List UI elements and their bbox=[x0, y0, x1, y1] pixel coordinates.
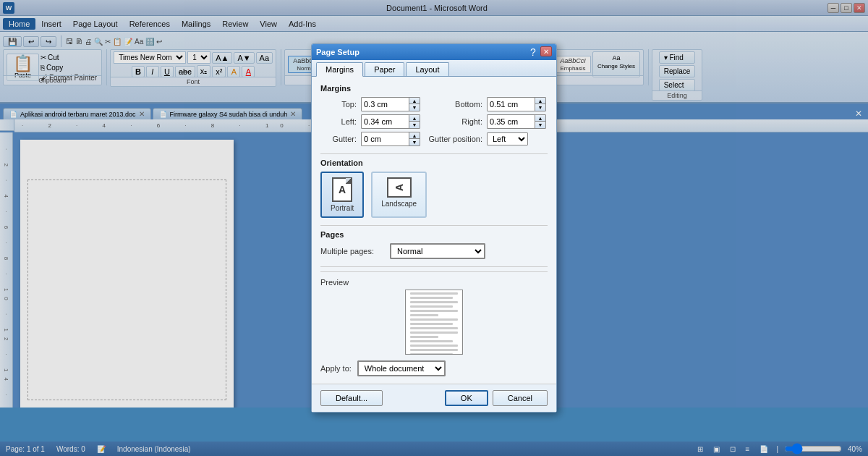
left-label: Left: bbox=[320, 117, 357, 126]
preview-line-13 bbox=[410, 345, 458, 347]
pages-row: Multiple pages: Normal Mirror margins 2 … bbox=[320, 243, 548, 259]
dialog-titlebar: Page Setup ? ✕ bbox=[312, 44, 556, 60]
dialog-close-button[interactable]: ✕ bbox=[540, 46, 552, 56]
apply-to-row: Apply to: Whole document This point forw… bbox=[320, 360, 548, 376]
left-spinner: ▲ ▼ bbox=[409, 115, 420, 128]
right-input[interactable] bbox=[488, 117, 535, 127]
preview-line-7 bbox=[410, 318, 458, 321]
apply-to-select[interactable]: Whole document This point forward bbox=[358, 361, 445, 376]
bottom-spin-down[interactable]: ▼ bbox=[535, 104, 545, 111]
gutter-position-select[interactable]: Left Top bbox=[488, 133, 527, 145]
preview-line-1 bbox=[410, 292, 458, 295]
dialog-help-btn[interactable]: ? bbox=[527, 46, 539, 58]
gutter-position-wrap: Left Top bbox=[487, 132, 528, 145]
left-spin-down[interactable]: ▼ bbox=[409, 122, 420, 128]
preview-line-9 bbox=[410, 327, 458, 329]
preview-label: Preview bbox=[320, 278, 548, 287]
separator-margins-orientation bbox=[320, 153, 548, 154]
landscape-label: Landscape bbox=[381, 200, 417, 208]
left-input[interactable] bbox=[362, 117, 409, 127]
preview-line-3 bbox=[410, 301, 458, 303]
top-spinner: ▲ ▼ bbox=[409, 98, 420, 111]
gutter-spin-up[interactable]: ▲ bbox=[409, 132, 420, 139]
top-input-wrap: ▲ ▼ bbox=[361, 97, 420, 111]
margins-section-title: Margins bbox=[320, 84, 548, 93]
landscape-button[interactable]: A Landscape bbox=[371, 172, 427, 218]
preview-line-15 bbox=[410, 353, 453, 355]
portrait-icon: A bbox=[332, 177, 352, 202]
bottom-input[interactable] bbox=[488, 99, 535, 109]
apply-to-label: Apply to: bbox=[320, 364, 352, 373]
right-spin-down[interactable]: ▼ bbox=[535, 122, 545, 128]
margins-row-gutter: Gutter: ▲ ▼ Gutter position: Left Top bbox=[320, 132, 548, 146]
gutter-position-label: Gutter position: bbox=[425, 135, 482, 143]
dialog-title: Page Setup bbox=[316, 48, 359, 56]
dialog-tabs: Margins Paper Layout bbox=[312, 60, 556, 77]
top-spin-up[interactable]: ▲ bbox=[409, 98, 420, 104]
left-spin-up[interactable]: ▲ bbox=[409, 115, 420, 122]
separator-orientation-pages bbox=[320, 225, 548, 226]
left-input-wrap: ▲ ▼ bbox=[361, 114, 420, 129]
multiple-pages-label: Multiple pages: bbox=[320, 247, 386, 256]
ok-button[interactable]: OK bbox=[445, 390, 488, 406]
right-input-wrap: ▲ ▼ bbox=[487, 114, 546, 129]
margins-row-left-right: Left: ▲ ▼ Right: ▲ ▼ bbox=[320, 114, 548, 129]
right-label: Right: bbox=[425, 117, 482, 126]
top-label: Top: bbox=[320, 100, 357, 109]
dialog-controls: ? ✕ bbox=[527, 46, 552, 58]
page-setup-dialog: Page Setup ? ✕ Margins Paper Layout Marg… bbox=[311, 43, 557, 413]
apply-to-wrap: Whole document This point forward bbox=[357, 360, 446, 376]
portrait-label: Portrait bbox=[331, 204, 354, 212]
orientation-group: A Portrait A Landscape bbox=[320, 172, 548, 218]
preview-line-12 bbox=[410, 340, 453, 342]
pages-section-title: Pages bbox=[320, 230, 548, 239]
margins-row-top-bottom: Top: ▲ ▼ Bottom: ▲ ▼ bbox=[320, 97, 548, 111]
gutter-spinner: ▲ ▼ bbox=[409, 132, 420, 145]
landscape-icon: A bbox=[387, 177, 412, 198]
margins-section: Margins Top: ▲ ▼ Bottom: bbox=[320, 84, 548, 146]
portrait-button[interactable]: A Portrait bbox=[320, 172, 364, 218]
preview-line-14 bbox=[410, 349, 458, 351]
orientation-section: Orientation A Portrait A Landscape bbox=[320, 159, 548, 218]
bottom-spin-up[interactable]: ▲ bbox=[535, 98, 545, 104]
gutter-label: Gutter: bbox=[320, 135, 357, 143]
preview-line-2 bbox=[410, 297, 453, 299]
bottom-input-wrap: ▲ ▼ bbox=[487, 97, 546, 111]
preview-page bbox=[405, 290, 463, 355]
preview-section: Preview bbox=[320, 271, 548, 355]
top-input[interactable] bbox=[362, 99, 409, 109]
dialog-footer: Default... OK Cancel bbox=[312, 384, 556, 412]
default-button[interactable]: Default... bbox=[320, 390, 383, 406]
preview-line-11 bbox=[410, 336, 438, 338]
multiple-pages-wrap: Normal Mirror margins 2 pages per sheet … bbox=[390, 243, 485, 259]
dialog-tab-paper[interactable]: Paper bbox=[365, 62, 404, 76]
bottom-label: Bottom: bbox=[425, 100, 482, 109]
pages-section: Pages Multiple pages: Normal Mirror marg… bbox=[320, 230, 548, 259]
preview-line-8 bbox=[410, 323, 453, 325]
preview-line-6 bbox=[410, 314, 438, 316]
dialog-tab-layout[interactable]: Layout bbox=[406, 62, 448, 76]
dialog-body: Margins Top: ▲ ▼ Bottom: bbox=[312, 77, 556, 384]
preview-line-10 bbox=[410, 332, 458, 334]
separator-pages-preview bbox=[320, 266, 548, 267]
dialog-tab-margins[interactable]: Margins bbox=[316, 62, 363, 77]
top-spin-down[interactable]: ▼ bbox=[409, 104, 420, 111]
right-spin-up[interactable]: ▲ bbox=[535, 115, 545, 122]
bottom-spinner: ▲ ▼ bbox=[535, 98, 545, 111]
dialog-overlay: Page Setup ? ✕ Margins Paper Layout Marg… bbox=[0, 0, 868, 456]
right-spinner: ▲ ▼ bbox=[535, 115, 545, 128]
gutter-spin-down[interactable]: ▼ bbox=[409, 139, 420, 145]
preview-line-5 bbox=[410, 310, 458, 312]
multiple-pages-select[interactable]: Normal Mirror margins 2 pages per sheet … bbox=[391, 244, 485, 258]
preview-line-4 bbox=[410, 305, 453, 308]
gutter-input[interactable] bbox=[362, 134, 409, 144]
orientation-section-title: Orientation bbox=[320, 159, 548, 167]
cancel-button[interactable]: Cancel bbox=[493, 390, 548, 406]
gutter-input-wrap: ▲ ▼ bbox=[361, 132, 420, 146]
